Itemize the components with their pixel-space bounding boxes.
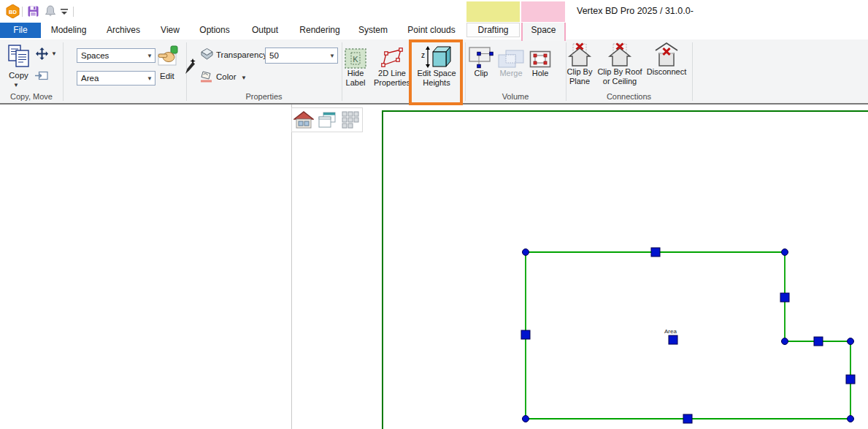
application-window: BD Vertex BD Pro 2025 / 31.0.0- File Mod… [0, 0, 868, 429]
vertex-handle[interactable] [523, 249, 529, 256]
space-boundary[interactable] [526, 252, 850, 419]
edge-midpoint-handle[interactable] [683, 414, 692, 423]
vertex-handle[interactable] [848, 338, 854, 345]
space-area-label: Area [664, 328, 677, 335]
edge-midpoint-handle[interactable] [846, 375, 855, 384]
edge-midpoint-handle[interactable] [814, 337, 823, 346]
edge-midpoint-handle[interactable] [651, 248, 660, 257]
edge-midpoint-handle[interactable] [521, 330, 530, 339]
space-polygon-drawing[interactable] [0, 0, 868, 429]
vertex-handle[interactable] [523, 416, 529, 422]
vertex-handle[interactable] [848, 416, 854, 422]
vertex-handle[interactable] [782, 249, 788, 256]
space-center-handle[interactable] [669, 335, 677, 344]
edge-midpoint-handle[interactable] [780, 293, 789, 302]
vertex-handle[interactable] [782, 338, 788, 345]
